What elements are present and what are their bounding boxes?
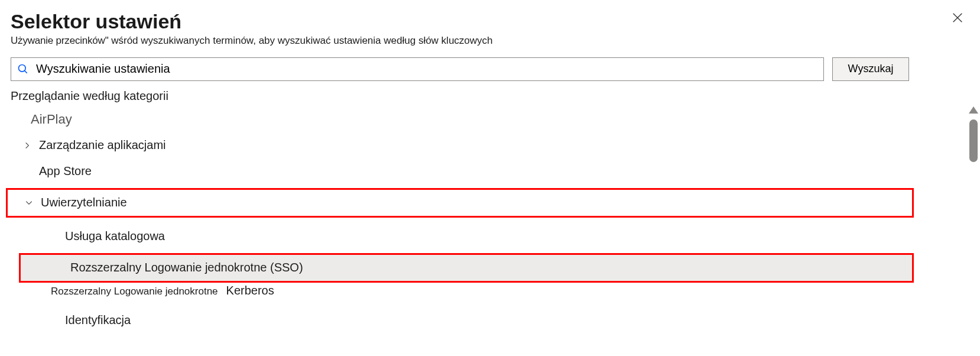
tree-item-label: Identyfikacja [65,313,131,327]
tree-item-label: Uwierzytelnianie [41,196,127,209]
tree-item-directory-service[interactable]: Usługa katalogowa [11,224,909,250]
tree-item-label: Usługa katalogowa [65,229,165,243]
category-tree-wrapper: AirPlay Zarządzanie aplikacjami App Stor… [11,106,909,334]
tree-item-airplay[interactable]: AirPlay [11,106,909,132]
svg-line-3 [25,70,27,73]
category-tree: AirPlay Zarządzanie aplikacjami App Stor… [11,106,909,334]
svg-point-2 [19,64,26,72]
panel-subtitle: Używanie przecinków" wśród wyszukiwanych… [11,35,969,47]
close-button[interactable] [948,8,967,27]
settings-picker-panel: Selektor ustawień Używanie przecinków" w… [0,0,980,356]
scroll-up-arrow-icon[interactable] [969,106,978,114]
tree-item-extensible-sso-kerberos[interactable]: Rozszerzalny Logowanie jednokrotne Kerbe… [11,284,909,308]
tree-item-app-store[interactable]: App Store [11,158,909,185]
search-box[interactable] [11,57,824,81]
highlight-authentication: Uwierzytelnianie [6,188,914,218]
tree-item-extensible-sso[interactable]: Rozszerzalny Logowanie jednokrotne (SSO) [21,255,912,281]
tree-item-authentication[interactable]: Uwierzytelnianie [8,190,912,216]
tree-item-app-management[interactable]: Zarządzanie aplikacjami [11,132,909,158]
chevron-right-icon [21,140,33,151]
highlight-extensible-sso: Rozszerzalny Logowanie jednokrotne (SSO) [19,253,914,283]
tree-item-label: App Store [39,164,92,178]
tree-item-label: Zarządzanie aplikacjami [39,138,166,152]
subtitle-prefix: Używanie przecinków" [11,35,109,46]
chevron-down-icon [23,197,35,209]
search-input[interactable] [35,62,817,76]
browse-by-category-label: Przeglądanie według kategorii [11,89,969,103]
tree-item-label: Rozszerzalny Logowanie jednokrotne (SSO) [70,261,303,274]
tree-item-label: AirPlay [31,112,72,127]
search-row: Wyszukaj [11,57,909,81]
kerberos-label: Kerberos [226,284,274,297]
scrollbar[interactable] [968,106,979,343]
search-icon [17,63,29,75]
close-icon [951,11,964,24]
search-button[interactable]: Wyszukaj [832,57,909,81]
panel-title: Selektor ustawień [11,9,969,34]
tree-item-identification[interactable]: Identyfikacja [11,308,909,334]
sso-short-label: Rozszerzalny Logowanie jednokrotne [51,286,218,297]
scrollbar-thumb[interactable] [969,119,978,162]
subtitle-rest: wśród wyszukiwanych terminów, aby wyszuk… [109,35,493,46]
